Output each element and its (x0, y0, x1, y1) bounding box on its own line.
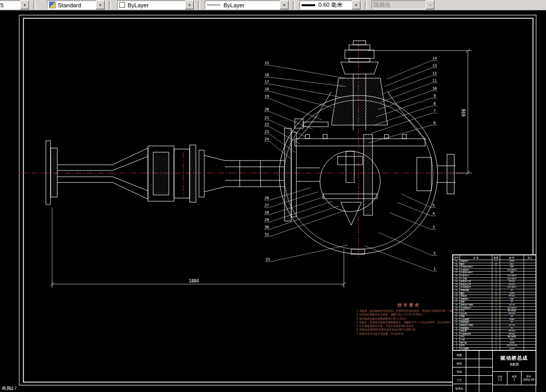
callout-number: 26 (265, 196, 269, 200)
sheet-count: 共 1 张 第 1 张 (493, 385, 536, 392)
title-block: 制图校核审核工艺标准化批准 驱动桥总成 装配图 比例 1:2 数量 1 图号 Q… (453, 350, 536, 392)
parts-cell: 1 (492, 347, 500, 350)
callout-number: 10 (432, 87, 437, 91)
signature-label: 制图 (453, 351, 466, 359)
plot-style-combo: 随颜色 ▼ (371, 1, 435, 9)
callout-number: 24 (265, 137, 269, 141)
quantity-label: 数量 (512, 375, 517, 378)
callout-number: 17 (265, 80, 269, 84)
signature-blank (466, 359, 479, 367)
parts-header-row: 序号名 称数量材 料备注 (453, 255, 536, 260)
signature-blank (479, 359, 492, 367)
toolbar-separator (293, 1, 295, 9)
toolbar-separator (109, 1, 111, 9)
callout-number: 13 (432, 64, 437, 68)
color-combo-value: ByLayer (128, 2, 148, 8)
chevron-down-icon[interactable]: ▼ (352, 1, 361, 9)
text-style-combo[interactable]: Standard ▼ (47, 1, 105, 9)
callout-number: 20 (265, 107, 269, 112)
overall-length-dimension: 1884 (189, 279, 198, 284)
chevron-down-icon: ▼ (426, 1, 435, 9)
title-block-signatures: 制图校核审核工艺标准化批准 (453, 351, 493, 392)
color-combo[interactable]: ByLayer ▼ (117, 1, 194, 9)
scale-value: 1:2 (498, 378, 502, 381)
signature-blank (479, 384, 492, 392)
toolbar-separator (365, 1, 367, 9)
layout-tab[interactable]: 布局2 / (2, 385, 16, 392)
chevron-down-icon[interactable]: ▼ (96, 1, 105, 9)
signature-blank (466, 368, 479, 375)
callout-number: 11 (432, 79, 437, 83)
note-line: 2. 齿轮副的侧隙用铅丝检验，侧隙不应小于0.15~0.25mm； (356, 313, 462, 316)
text-style-icon (49, 2, 56, 8)
lineweight-combo[interactable]: 0.60 毫米 ▼ (300, 1, 361, 9)
toolbar-separator (198, 1, 200, 9)
layer-combo-value: 25 (0, 2, 4, 8)
drawing-number-value: QDQ-00 (523, 378, 535, 381)
parts-header-cell: 备注 (524, 255, 536, 260)
callout-number: 23 (265, 130, 269, 134)
signature-blank (466, 376, 479, 384)
signature-blank (479, 368, 492, 375)
parts-header-cell: 数量 (492, 255, 500, 260)
scale-label: 比例 (498, 375, 502, 378)
pinion-height-dimension: 698 (462, 109, 466, 117)
lineweight-combo-value: 0.60 毫米 (318, 1, 342, 9)
note-line: 4. 装配后，用涂色法检验齿面接触斑点，接触斑点不小于齿高的50%、齿长的60%… (356, 321, 462, 324)
signature-row: 标准化 (453, 384, 492, 392)
signature-row: 工艺 (453, 376, 492, 384)
technical-requirements-lines: 1. 装配前，滚动轴承用汽油清洗，其他零件用煤油清洗，清洗后不得留有杂质、污物；… (356, 309, 462, 336)
parts-cell: 1 (453, 347, 460, 350)
autocad-window: { "toolbar": { "layer_value": "25", "sty… (0, 0, 546, 392)
callout-number: 8 (433, 102, 436, 106)
drawing-title-cell: 驱动桥总成 装配图 (493, 351, 536, 372)
technical-requirements-title: 技术要求 (356, 302, 462, 308)
chevron-down-icon[interactable]: ▼ (280, 1, 289, 9)
quantity-value: 1 (513, 378, 515, 381)
callout-number: 16 (265, 73, 269, 77)
chevron-down-icon[interactable]: ▼ (20, 1, 29, 9)
callout-number: 29 (265, 218, 269, 222)
linetype-combo-value: ByLayer (224, 2, 244, 8)
note-line: 5. 剖分面处需涂密封胶，不允许使用其他衬垫密封； (356, 324, 462, 328)
signature-blank (479, 376, 492, 384)
parts-cell: Q235 (500, 347, 524, 350)
linetype-combo[interactable]: ByLayer ▼ (205, 1, 289, 9)
quantity-cell: 数量 1 (507, 372, 522, 385)
parts-table: 序号名 称数量材 料备注31锁紧垫片665Mn30螺栓1240Cr29半轴齿轮垫… (453, 255, 536, 350)
signature-label: 校核 (453, 359, 466, 367)
parts-row: 1放油螺塞1Q235 (453, 347, 536, 350)
signature-label: 工艺 (453, 376, 466, 384)
drawing-number-cell: 图号 QDQ-00 (522, 372, 536, 385)
parts-cell: 放油螺塞 (460, 347, 492, 350)
signature-blank (466, 351, 479, 359)
callout-number: 31 (265, 232, 269, 237)
plot-style-value: 随颜色 (374, 1, 391, 9)
callout-number: 6 (433, 121, 436, 125)
scale-cell: 比例 1:2 (493, 372, 507, 385)
callout-number: 14 (432, 56, 437, 60)
callout-number: 3 (432, 225, 435, 229)
parts-cell (524, 347, 536, 350)
axle-assembly-drawing (46, 41, 455, 254)
signature-blank (466, 384, 479, 392)
signature-blank (479, 351, 492, 359)
chevron-down-icon[interactable]: ▼ (185, 1, 194, 9)
callout-number: 4 (432, 212, 435, 216)
callout-number: 19 (265, 94, 269, 99)
callout-number: 5 (432, 203, 435, 207)
drawing-subtitle: 装配图 (510, 362, 519, 367)
color-swatch-icon (119, 2, 125, 8)
parts-header-cell: 名 称 (460, 255, 492, 260)
object-properties-toolbar: 25 ▼ Standard ▼ ByLayer ▼ ByLayer ▼ 0.60… (0, 0, 546, 10)
callout-number: 18 (265, 87, 269, 91)
layer-combo[interactable]: 25 ▼ (0, 1, 30, 9)
note-line: 1. 装配前，滚动轴承用汽油清洗，其他零件用煤油清洗，清洗后不得留有杂质、污物； (356, 309, 462, 313)
callout-number: 27 (265, 203, 269, 207)
signature-row: 审核 (453, 368, 492, 376)
callout-number: 28 (265, 211, 269, 215)
note-line: 3. 滚动轴承的轴向游隙调整为0.05~0.10mm； (356, 317, 462, 321)
callout-number: 21 (265, 116, 269, 120)
signature-label: 标准化 (453, 384, 466, 392)
signature-row: 校核 (453, 359, 492, 368)
